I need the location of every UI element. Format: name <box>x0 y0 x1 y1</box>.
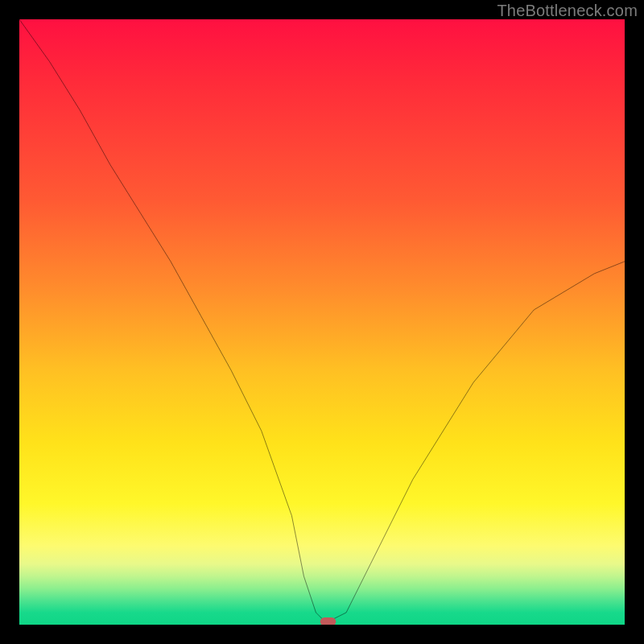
chart-stage: TheBottleneck.com <box>0 0 644 644</box>
chart-svg <box>19 19 625 625</box>
watermark-text: TheBottleneck.com <box>497 2 638 20</box>
chart-plot-area <box>19 19 625 625</box>
min-marker <box>320 617 336 625</box>
bottleneck-curve-path <box>19 19 625 618</box>
